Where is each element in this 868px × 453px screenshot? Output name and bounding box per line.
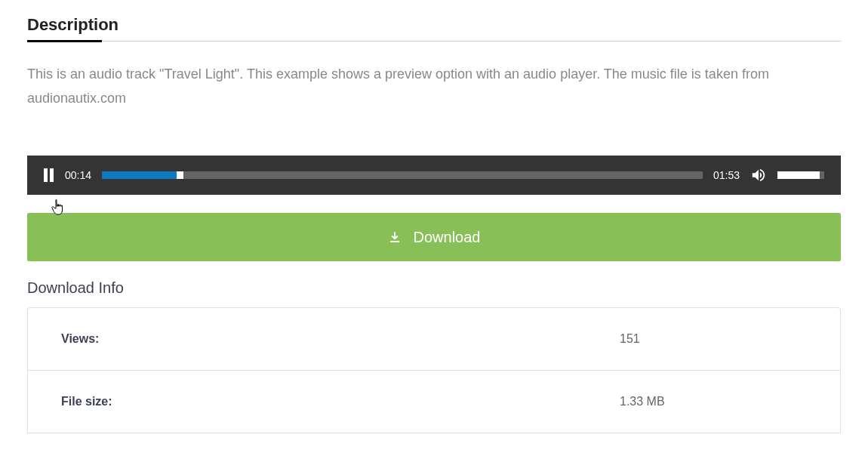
download-info-title: Download Info: [27, 279, 841, 297]
download-icon: [388, 230, 402, 244]
pause-button[interactable]: [44, 168, 54, 182]
progress-thumb[interactable]: [177, 171, 183, 179]
audio-player: 00:14 01:53: [27, 156, 841, 195]
volume-fill: [777, 171, 820, 179]
download-info-table: Views: 151 File size: 1.33 MB: [27, 307, 841, 433]
volume-icon[interactable]: [750, 167, 767, 183]
info-label-filesize: File size:: [61, 395, 620, 408]
section-title: Description: [27, 15, 841, 41]
description-text: This is an audio track "Travel Light". T…: [27, 63, 841, 110]
info-value-views: 151: [620, 332, 640, 346]
table-row: File size: 1.33 MB: [28, 371, 840, 433]
info-value-filesize: 1.33 MB: [620, 395, 665, 408]
info-label-views: Views:: [61, 332, 620, 346]
pause-bar-icon: [44, 168, 48, 182]
table-row: Views: 151: [28, 308, 840, 371]
section-title-wrap: Description: [27, 15, 841, 42]
title-underline: [27, 40, 102, 42]
pause-bar-icon: [50, 168, 54, 182]
download-button-label: Download: [414, 229, 481, 246]
current-time: 00:14: [65, 169, 91, 181]
duration-time: 01:53: [713, 169, 740, 181]
download-button[interactable]: Download: [27, 213, 841, 261]
progress-track[interactable]: [102, 171, 703, 179]
progress-fill: [102, 171, 177, 179]
volume-track[interactable]: [777, 171, 824, 179]
